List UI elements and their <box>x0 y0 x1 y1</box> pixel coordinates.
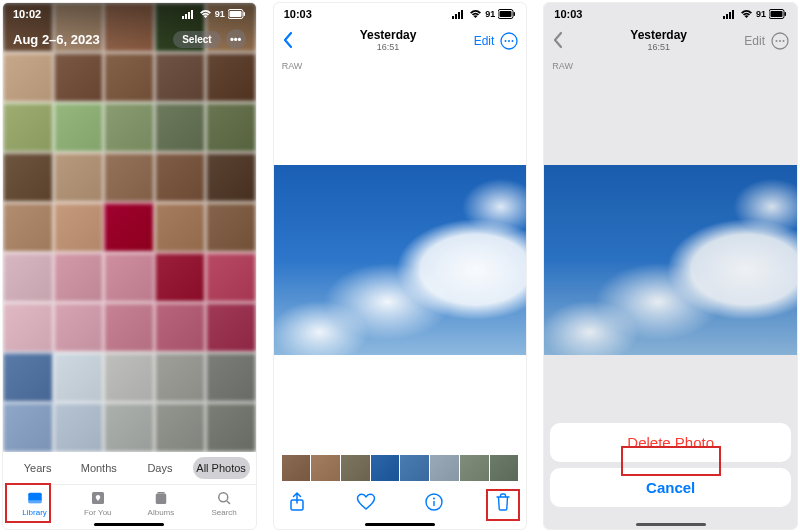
segment-months[interactable]: Months <box>70 457 127 479</box>
photo-thumbnail[interactable] <box>3 353 53 402</box>
svg-point-37 <box>776 40 778 42</box>
photo-thumbnail[interactable] <box>3 253 53 302</box>
photo-thumbnail[interactable] <box>3 403 53 452</box>
photo-thumbnail[interactable] <box>54 253 104 302</box>
wifi-icon <box>199 9 212 19</box>
signal-icon <box>182 9 196 19</box>
photo-thumbnail[interactable] <box>54 403 104 452</box>
tab-albums[interactable]: Albums <box>129 489 192 517</box>
filmstrip-thumbnail[interactable] <box>311 455 340 481</box>
segment-years[interactable]: Years <box>9 457 66 479</box>
photo-thumbnail[interactable] <box>206 303 256 352</box>
photo-thumbnail[interactable] <box>155 253 205 302</box>
photo-thumbnail[interactable] <box>104 403 154 452</box>
filmstrip-thumbnail[interactable] <box>400 455 429 481</box>
edit-button[interactable]: Edit <box>474 34 495 48</box>
svg-point-27 <box>433 498 435 500</box>
chevron-left-icon <box>552 31 564 49</box>
photo-thumbnail[interactable] <box>206 353 256 402</box>
photo-thumbnail[interactable] <box>104 253 154 302</box>
svg-point-22 <box>505 40 507 42</box>
photo-thumbnail[interactable] <box>104 153 154 202</box>
photo-thumbnail[interactable] <box>54 353 104 402</box>
battery-icon <box>498 9 516 19</box>
select-button[interactable]: Select <box>173 31 220 48</box>
svg-rect-28 <box>434 501 435 507</box>
photo-thumbnail[interactable] <box>206 253 256 302</box>
home-indicator[interactable] <box>636 523 706 526</box>
photo-thumbnail[interactable] <box>54 103 104 152</box>
svg-rect-29 <box>723 16 725 19</box>
svg-rect-6 <box>243 12 245 16</box>
photo-thumbnail[interactable] <box>206 153 256 202</box>
info-button[interactable] <box>423 491 445 513</box>
photo-thumbnail[interactable] <box>104 103 154 152</box>
status-time: 10:03 <box>554 8 582 20</box>
svg-rect-0 <box>182 16 184 19</box>
segment-all-photos[interactable]: All Photos <box>193 457 250 479</box>
tab-search[interactable]: Search <box>193 489 256 517</box>
raw-badge: RAW <box>274 57 527 75</box>
title-text: Yesterday <box>574 29 743 42</box>
photo-thumbnail[interactable] <box>155 403 205 452</box>
photo-thumbnail[interactable] <box>155 153 205 202</box>
filmstrip-thumbnail[interactable] <box>430 455 459 481</box>
share-button[interactable] <box>286 491 308 513</box>
tab-label: Search <box>211 508 236 517</box>
more-button[interactable]: ••• <box>226 29 246 49</box>
photo-preview[interactable] <box>274 165 527 355</box>
photo-thumbnail[interactable] <box>155 303 205 352</box>
signal-icon <box>452 9 466 19</box>
tab-for-you[interactable]: For You <box>66 489 129 517</box>
home-indicator[interactable] <box>365 523 435 526</box>
filmstrip-thumbnail[interactable] <box>490 455 519 481</box>
filmstrip-thumbnail[interactable] <box>282 455 311 481</box>
svg-line-13 <box>227 501 230 504</box>
photo-thumbnail[interactable] <box>54 153 104 202</box>
back-button[interactable] <box>282 31 304 52</box>
photo-thumbnail[interactable] <box>155 103 205 152</box>
photo-thumbnail[interactable] <box>206 403 256 452</box>
photo-thumbnail[interactable] <box>206 103 256 152</box>
svg-rect-14 <box>452 16 454 19</box>
photo-thumbnail[interactable] <box>3 153 53 202</box>
photo-thumbnail[interactable] <box>206 203 256 252</box>
photo-thumbnail[interactable] <box>155 353 205 402</box>
filmstrip-thumbnail[interactable] <box>460 455 489 481</box>
photo-thumbnail[interactable] <box>104 303 154 352</box>
photo-thumbnail[interactable] <box>104 353 154 402</box>
nav-title: Yesterday 16:51 <box>304 29 473 52</box>
edit-button: Edit <box>744 34 765 48</box>
tab-label: Albums <box>148 508 175 517</box>
favorite-button[interactable] <box>355 491 377 513</box>
svg-rect-34 <box>771 11 783 17</box>
more-circle-icon <box>771 32 789 50</box>
status-time: 10:03 <box>284 8 312 20</box>
photo-thumbnail[interactable] <box>3 53 53 102</box>
info-icon <box>425 493 443 511</box>
wifi-icon <box>740 9 753 19</box>
photo-thumbnail[interactable] <box>155 53 205 102</box>
filmstrip-thumbnail[interactable] <box>371 455 400 481</box>
battery-pct: 91 <box>485 9 495 19</box>
filmstrip[interactable] <box>274 451 527 485</box>
photo-thumbnail[interactable] <box>3 103 53 152</box>
filmstrip-thumbnail[interactable] <box>341 455 370 481</box>
segment-days[interactable]: Days <box>131 457 188 479</box>
status-bar: 10:03 91 <box>274 3 527 25</box>
photo-thumbnail[interactable] <box>104 53 154 102</box>
photo-thumbnail[interactable] <box>206 53 256 102</box>
photo-thumbnail[interactable] <box>3 303 53 352</box>
photo-grid[interactable] <box>3 3 256 452</box>
photo-thumbnail[interactable] <box>54 53 104 102</box>
photo-thumbnail[interactable] <box>54 203 104 252</box>
photo-thumbnail[interactable] <box>54 303 104 352</box>
photo-thumbnail[interactable] <box>155 203 205 252</box>
nav-title: Yesterday 16:51 <box>574 29 743 52</box>
photo-thumbnail[interactable] <box>3 203 53 252</box>
more-circle-icon[interactable] <box>500 32 518 50</box>
svg-point-24 <box>512 40 514 42</box>
photo-thumbnail[interactable] <box>104 203 154 252</box>
home-indicator[interactable] <box>94 523 164 526</box>
subtitle-text: 16:51 <box>574 43 743 53</box>
